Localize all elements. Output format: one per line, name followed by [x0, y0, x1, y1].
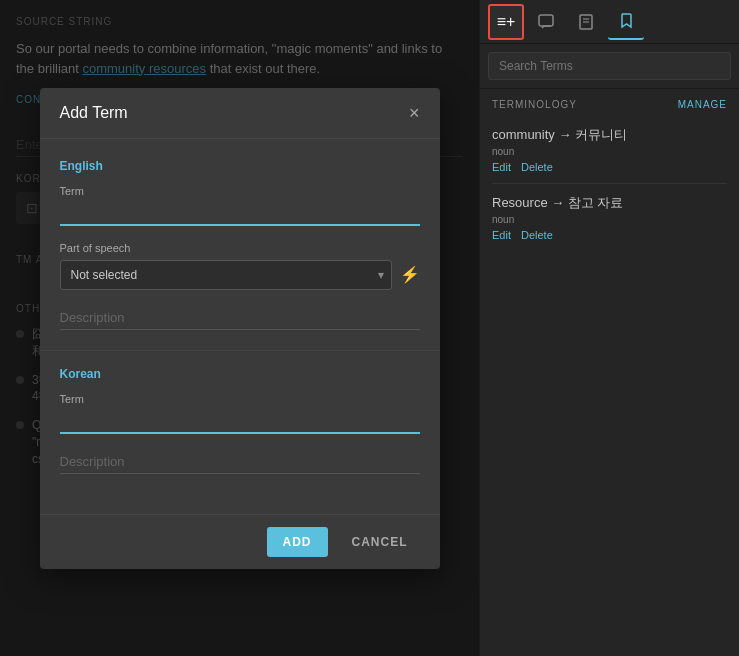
korean-term-input[interactable]: [60, 409, 420, 434]
bookmark-icon: [617, 12, 635, 30]
term-2-text: Resource → 참고 자료: [492, 194, 727, 212]
term-item-1: community → 커뮤니티 noun Edit Delete: [480, 116, 739, 183]
term-2-edit[interactable]: Edit: [492, 229, 511, 241]
chat-tab[interactable]: [528, 4, 564, 40]
modal-close-button[interactable]: ×: [409, 104, 420, 122]
term-1-text: community → 커뮤니티: [492, 126, 727, 144]
korean-term-field-label: Term: [60, 393, 420, 405]
terminology-header: TERMINOLOGY MANAGE: [480, 89, 739, 116]
term-2-delete[interactable]: Delete: [521, 229, 553, 241]
add-term-icon: ≡+: [497, 13, 516, 31]
svg-rect-0: [539, 15, 553, 26]
right-panel: ≡+ TERMINOLOGY MANAGE community → 커뮤니티 n…: [479, 0, 739, 656]
pos-select[interactable]: Not selected Noun Verb Adjective Adverb: [60, 260, 392, 290]
term-2-pos: noun: [492, 214, 727, 225]
korean-section-title: Korean: [60, 367, 420, 381]
pos-row: Not selected Noun Verb Adjective Adverb …: [60, 260, 420, 290]
bookmark-tab[interactable]: [608, 4, 644, 40]
manage-button[interactable]: MANAGE: [678, 99, 727, 110]
book-icon: [577, 13, 595, 31]
add-button[interactable]: ADD: [267, 527, 328, 557]
english-term-input[interactable]: [60, 201, 420, 226]
term-item-2: Resource → 참고 자료 noun Edit Delete: [480, 184, 739, 251]
modal-title: Add Term: [60, 104, 128, 122]
term-2-actions: Edit Delete: [492, 229, 727, 241]
book-tab[interactable]: [568, 4, 604, 40]
add-term-tab[interactable]: ≡+: [488, 4, 524, 40]
chat-icon: [537, 13, 555, 31]
modal-section-divider: [40, 350, 440, 351]
term-1-edit[interactable]: Edit: [492, 161, 511, 173]
pos-label: Part of speech: [60, 242, 420, 254]
search-input[interactable]: [488, 52, 731, 80]
add-term-modal: Add Term × English Term Part of speech N…: [40, 88, 440, 569]
modal-header: Add Term ×: [40, 88, 440, 139]
term-1-pos: noun: [492, 146, 727, 157]
modal-body: English Term Part of speech Not selected…: [40, 139, 440, 514]
english-section-title: English: [60, 159, 420, 173]
english-description-input[interactable]: [60, 306, 420, 330]
korean-description-input[interactable]: [60, 450, 420, 474]
cancel-button[interactable]: CANCEL: [340, 527, 420, 557]
terminology-label: TERMINOLOGY: [492, 99, 577, 110]
term-1-delete[interactable]: Delete: [521, 161, 553, 173]
modal-overlay: Add Term × English Term Part of speech N…: [0, 0, 479, 656]
modal-footer: ADD CANCEL: [40, 514, 440, 569]
search-bar: [480, 44, 739, 89]
term-1-actions: Edit Delete: [492, 161, 727, 173]
pos-select-wrapper: Not selected Noun Verb Adjective Adverb …: [60, 260, 392, 290]
term-field-label: Term: [60, 185, 420, 197]
tab-bar: ≡+: [480, 0, 739, 44]
wand-icon[interactable]: ⚡: [400, 265, 420, 284]
